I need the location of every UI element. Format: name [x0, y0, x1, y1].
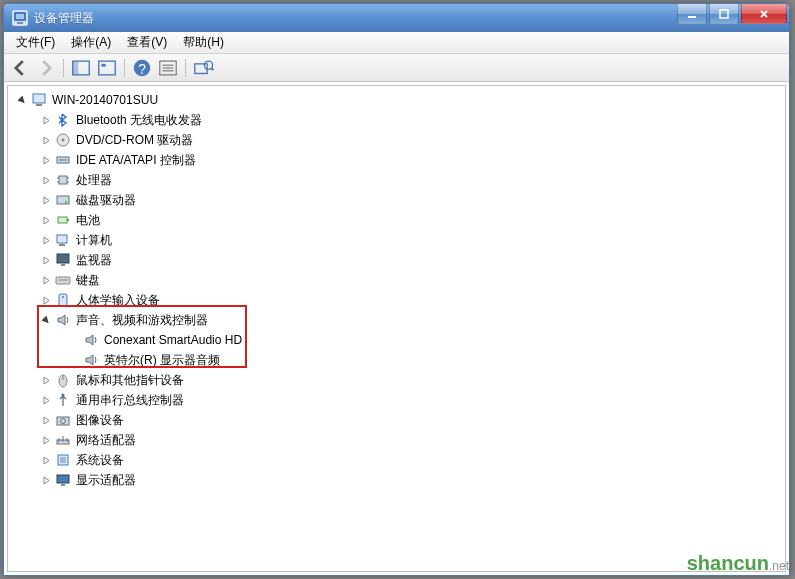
- tree-device[interactable]: 英特尔(R) 显示器音频: [12, 350, 781, 370]
- tree-category[interactable]: 监视器: [12, 250, 781, 270]
- node-label: Conexant SmartAudio HD: [104, 330, 242, 350]
- maximize-button[interactable]: [709, 4, 739, 24]
- menu-action[interactable]: 操作(A): [63, 32, 119, 53]
- node-label: 人体学输入设备: [76, 290, 160, 310]
- node-label: 网络适配器: [76, 430, 136, 450]
- expander-icon[interactable]: [40, 154, 52, 166]
- titlebar[interactable]: 设备管理器: [4, 4, 789, 32]
- device-manager-window: 设备管理器 文件(F) 操作(A) 查看(V) 帮助(H) ? WIN-2014…: [3, 3, 790, 576]
- tree-category[interactable]: 系统设备: [12, 450, 781, 470]
- expander-icon[interactable]: [40, 174, 52, 186]
- toolbar-separator: [63, 59, 64, 77]
- svg-rect-29: [57, 196, 69, 204]
- nav-forward-button[interactable]: [34, 57, 58, 79]
- tree-category[interactable]: 计算机: [12, 230, 781, 250]
- svg-rect-51: [60, 457, 66, 463]
- watermark-text: shancun: [687, 552, 769, 574]
- expander-icon[interactable]: [40, 394, 52, 406]
- node-label: 键盘: [76, 270, 100, 290]
- leaf-spacer: [68, 334, 80, 346]
- tree-category[interactable]: 电池: [12, 210, 781, 230]
- tree-category[interactable]: 人体学输入设备: [12, 290, 781, 310]
- tree-category[interactable]: 处理器: [12, 170, 781, 190]
- tree-category[interactable]: IDE ATA/ATAPI 控制器: [12, 150, 781, 170]
- disk-icon: [54, 192, 72, 208]
- menu-help[interactable]: 帮助(H): [175, 32, 232, 53]
- expander-icon[interactable]: [16, 94, 28, 106]
- svg-text:?: ?: [138, 61, 146, 76]
- menubar: 文件(F) 操作(A) 查看(V) 帮助(H): [4, 32, 789, 54]
- expander-icon[interactable]: [40, 234, 52, 246]
- network-icon: [54, 432, 72, 448]
- node-label: WIN-20140701SUU: [52, 90, 158, 110]
- tree-category[interactable]: 声音、视频和游戏控制器: [12, 310, 781, 330]
- expander-icon[interactable]: [40, 194, 52, 206]
- system-icon: [54, 452, 72, 468]
- expander-icon[interactable]: [40, 374, 52, 386]
- svg-rect-33: [57, 235, 67, 243]
- menu-view[interactable]: 查看(V): [119, 32, 175, 53]
- watermark-suffix: .net: [769, 559, 789, 573]
- tree-category[interactable]: DVD/CD-ROM 驱动器: [12, 130, 781, 150]
- node-label: 电池: [76, 210, 100, 230]
- svg-rect-3: [688, 16, 696, 18]
- tree-category[interactable]: 鼠标和其他指针设备: [12, 370, 781, 390]
- svg-rect-2: [17, 22, 23, 24]
- svg-point-43: [62, 394, 65, 397]
- svg-rect-19: [36, 104, 42, 106]
- disc-icon: [54, 132, 72, 148]
- minimize-button[interactable]: [677, 4, 707, 24]
- mouse-icon: [54, 372, 72, 388]
- device-tree[interactable]: WIN-20140701SUUBluetooth 无线电收发器DVD/CD-RO…: [7, 85, 786, 572]
- expander-icon[interactable]: [40, 114, 52, 126]
- svg-point-30: [65, 201, 67, 203]
- help-button[interactable]: ?: [130, 57, 154, 79]
- svg-rect-34: [59, 244, 65, 246]
- keyboard-icon: [54, 272, 72, 288]
- ide-icon: [54, 152, 72, 168]
- close-button[interactable]: [741, 4, 787, 24]
- monitor-icon: [54, 252, 72, 268]
- cpu-icon: [54, 172, 72, 188]
- details-button[interactable]: [156, 57, 180, 79]
- svg-rect-6: [73, 61, 79, 75]
- svg-rect-18: [33, 94, 45, 103]
- tree-device[interactable]: Conexant SmartAudio HD: [12, 330, 781, 350]
- expander-icon[interactable]: [40, 134, 52, 146]
- svg-rect-31: [58, 217, 67, 223]
- scan-hardware-button[interactable]: [191, 57, 215, 79]
- tree-category[interactable]: 磁盘驱动器: [12, 190, 781, 210]
- tree-category[interactable]: 通用串行总线控制器: [12, 390, 781, 410]
- svg-rect-32: [67, 219, 69, 221]
- tree-category[interactable]: 显示适配器: [12, 470, 781, 490]
- leaf-spacer: [68, 354, 80, 366]
- nav-back-button[interactable]: [8, 57, 32, 79]
- tree-category[interactable]: 图像设备: [12, 410, 781, 430]
- audio-icon: [54, 312, 72, 328]
- tree-category[interactable]: Bluetooth 无线电收发器: [12, 110, 781, 130]
- node-label: 系统设备: [76, 450, 124, 470]
- expander-icon[interactable]: [40, 434, 52, 446]
- node-label: 显示适配器: [76, 470, 136, 490]
- node-label: 计算机: [76, 230, 112, 250]
- menu-file[interactable]: 文件(F): [8, 32, 63, 53]
- tree-category[interactable]: 网络适配器: [12, 430, 781, 450]
- expander-icon[interactable]: [40, 274, 52, 286]
- tree-root[interactable]: WIN-20140701SUU: [12, 90, 781, 110]
- expander-icon[interactable]: [40, 454, 52, 466]
- expander-icon[interactable]: [40, 254, 52, 266]
- expander-icon[interactable]: [40, 474, 52, 486]
- speaker-icon: [82, 332, 100, 348]
- expander-icon[interactable]: [40, 414, 52, 426]
- app-icon: [12, 10, 28, 26]
- expander-icon[interactable]: [40, 214, 52, 226]
- watermark: shancun.net: [687, 552, 789, 575]
- node-label: IDE ATA/ATAPI 控制器: [76, 150, 196, 170]
- view-console-button[interactable]: [69, 57, 93, 79]
- expander-icon[interactable]: [40, 314, 52, 326]
- svg-rect-1: [16, 14, 24, 19]
- node-label: 声音、视频和游戏控制器: [76, 310, 208, 330]
- properties-button[interactable]: [95, 57, 119, 79]
- expander-icon[interactable]: [40, 294, 52, 306]
- tree-category[interactable]: 键盘: [12, 270, 781, 290]
